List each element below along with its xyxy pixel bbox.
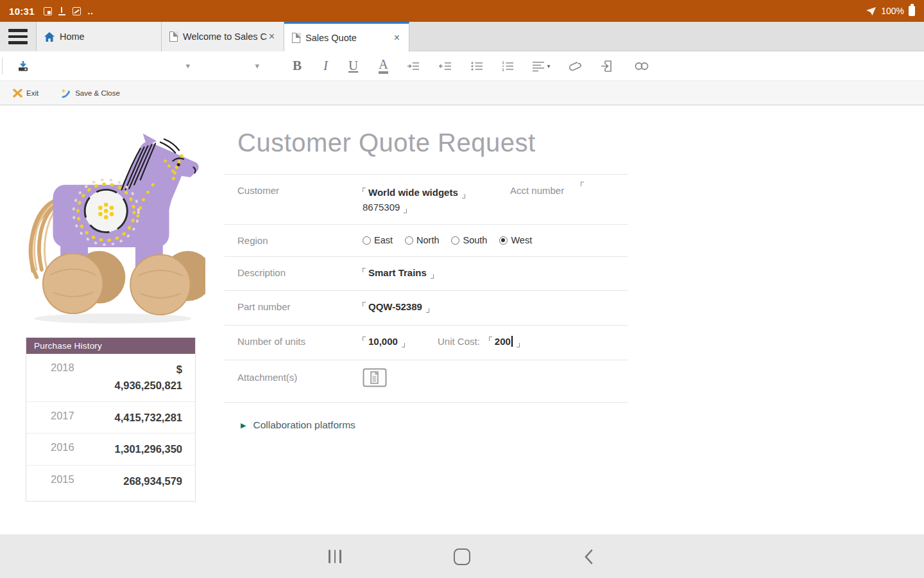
close-tab-icon[interactable]: × <box>268 31 276 42</box>
region-row: Region East North South <box>225 225 628 257</box>
battery-icon <box>909 6 915 16</box>
radio-south[interactable]: South <box>451 235 487 245</box>
android-navigation-bar <box>0 534 924 578</box>
indent-increase-button[interactable] <box>406 60 420 72</box>
close-tab-icon[interactable]: × <box>393 32 401 44</box>
font-size-dropdown[interactable]: ▾ <box>190 61 259 71</box>
status-bar: 10:31 ‥ 100% <box>0 0 924 22</box>
field-end-marker <box>517 343 520 347</box>
tab-label: Welcome to Sales C... <box>183 31 268 42</box>
link-button[interactable] <box>633 61 650 71</box>
currency-symbol: $ <box>88 362 182 378</box>
customer-label: Customer <box>237 185 363 224</box>
unit-cost-field[interactable]: 200 <box>495 336 511 347</box>
attach-file-button[interactable] <box>568 60 582 73</box>
purchase-history-row: 2015 268,934,579 <box>26 466 195 501</box>
field-end-marker <box>402 343 405 347</box>
field-end-marker <box>404 209 407 213</box>
radio-north[interactable]: North <box>405 235 439 245</box>
menu-button[interactable] <box>0 22 36 51</box>
recents-button[interactable] <box>329 550 341 563</box>
tab-label: Sales Quote <box>305 33 357 43</box>
tab-label: Home <box>60 31 85 42</box>
year-label: 2017 <box>51 410 88 422</box>
gallery-notification-icon <box>73 7 81 15</box>
exit-icon <box>13 89 22 98</box>
document-body: Purchase History 2018 $ 4,936,250,821 20… <box>0 105 924 534</box>
region-radio-group: East North South West <box>363 235 532 245</box>
field-start-marker <box>581 182 584 186</box>
tab-bar: Home Welcome to Sales C... × Sales Quote… <box>0 22 924 51</box>
part-number-label: Part number <box>237 301 363 325</box>
upload-notification-icon <box>58 7 66 15</box>
exit-button[interactable]: Exit <box>13 89 38 98</box>
more-notifications-icon: ‥ <box>87 6 94 16</box>
save-import-button[interactable] <box>17 60 30 73</box>
document-icon <box>169 31 178 42</box>
text-cursor <box>511 336 513 347</box>
acct-number-field[interactable]: 8675309 <box>363 202 400 213</box>
screenshot-notification-icon <box>44 7 52 15</box>
caret-down-icon: ▾ <box>255 61 259 71</box>
purchase-history-row: 2018 $ 4,936,250,821 <box>26 354 195 402</box>
alignment-button[interactable]: ▾ <box>532 60 551 72</box>
attachment-thumbnail[interactable] <box>363 368 387 402</box>
italic-button[interactable]: I <box>323 58 328 74</box>
clock-time: 10:31 <box>9 6 35 17</box>
purchase-history-row: 2016 1,301,296,350 <box>26 434 195 466</box>
insert-object-button[interactable] <box>600 59 614 73</box>
field-end-marker <box>426 308 429 313</box>
amount-value: 268,934,579 <box>123 475 182 487</box>
format-toolbar: ▾ ▾ B I U A <box>0 51 924 81</box>
caret-down-icon: ▾ <box>547 63 551 69</box>
purchase-history-row: 2017 4,415,732,281 <box>26 402 195 434</box>
page-title: Customer Quote Request <box>225 105 628 157</box>
bold-button[interactable]: B <box>293 58 302 74</box>
bullet-list-button[interactable] <box>470 60 483 72</box>
home-nav-button[interactable] <box>454 548 470 565</box>
field-end-marker <box>462 194 465 198</box>
indent-decrease-button[interactable] <box>438 60 452 72</box>
purchase-history-title: Purchase History <box>26 338 195 354</box>
field-start-marker <box>489 337 492 341</box>
region-label: Region <box>237 235 363 246</box>
radio-east[interactable]: East <box>363 235 393 245</box>
description-field[interactable]: Smart Trains <box>368 267 427 278</box>
radio-icon[interactable] <box>363 236 371 245</box>
radio-label: North <box>416 235 439 245</box>
font-family-dropdown[interactable]: ▾ <box>30 61 190 71</box>
radio-checked-icon[interactable] <box>499 236 508 245</box>
collaboration-label: Collaboration platforms <box>253 419 355 431</box>
customer-field[interactable]: World wide widgets <box>368 187 458 198</box>
tab-home[interactable]: Home <box>36 22 162 51</box>
save-close-button[interactable]: Save & Close <box>60 88 120 98</box>
amount-value: 4,415,732,281 <box>114 412 182 423</box>
underline-button[interactable]: U <box>348 58 358 74</box>
quote-form: Customer Quote Request Customer World wi… <box>225 105 628 431</box>
tab-welcome[interactable]: Welcome to Sales C... × <box>162 22 284 51</box>
radio-icon[interactable] <box>405 236 413 245</box>
exit-label: Exit <box>26 89 38 97</box>
radio-west-selected[interactable]: West <box>499 235 532 245</box>
amount-value: 4,936,250,821 <box>114 380 182 391</box>
field-end-marker <box>431 274 434 279</box>
part-number-field[interactable]: QQW-52389 <box>368 301 422 312</box>
tab-sales-quote-active[interactable]: Sales Quote × <box>284 22 409 52</box>
units-field[interactable]: 10,000 <box>368 336 398 347</box>
save-close-label: Save & Close <box>75 89 120 97</box>
description-row: Description Smart Trains <box>225 257 628 291</box>
radio-icon[interactable] <box>451 236 459 245</box>
attachments-label: Attachment(s) <box>237 368 363 402</box>
text-color-button[interactable]: A <box>379 58 388 74</box>
year-label: 2015 <box>51 473 88 486</box>
back-button[interactable] <box>584 549 593 567</box>
network-status-icon <box>866 6 877 16</box>
save-close-icon <box>60 88 71 98</box>
numbered-list-button[interactable] <box>501 60 514 72</box>
radio-label: West <box>511 235 532 245</box>
section-collapsed-icon: ▶ <box>241 421 246 430</box>
collaboration-section-toggle[interactable]: ▶ Collaboration platforms <box>225 403 628 431</box>
attachment-icon <box>363 368 387 387</box>
field-start-marker <box>363 302 366 306</box>
customer-row: Customer World wide widgets 8675309 Acct… <box>225 175 628 225</box>
